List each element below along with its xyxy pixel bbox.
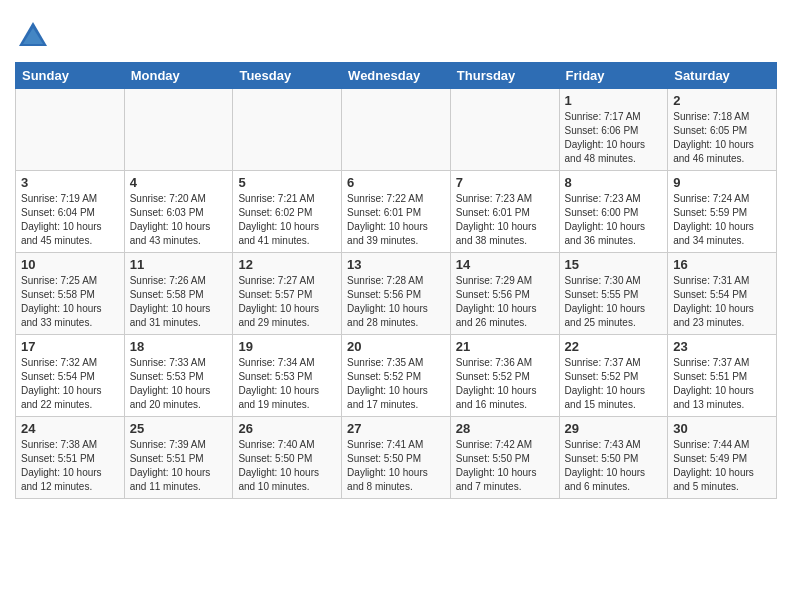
calendar-day-4: 4Sunrise: 7:20 AM Sunset: 6:03 PM Daylig… bbox=[124, 171, 233, 253]
day-info: Sunrise: 7:38 AM Sunset: 5:51 PM Dayligh… bbox=[21, 438, 119, 494]
calendar-day-30: 30Sunrise: 7:44 AM Sunset: 5:49 PM Dayli… bbox=[668, 417, 777, 499]
day-number: 23 bbox=[673, 339, 771, 354]
day-number: 8 bbox=[565, 175, 663, 190]
day-info: Sunrise: 7:40 AM Sunset: 5:50 PM Dayligh… bbox=[238, 438, 336, 494]
calendar-day-22: 22Sunrise: 7:37 AM Sunset: 5:52 PM Dayli… bbox=[559, 335, 668, 417]
day-info: Sunrise: 7:19 AM Sunset: 6:04 PM Dayligh… bbox=[21, 192, 119, 248]
day-number: 27 bbox=[347, 421, 445, 436]
calendar-week-row: 10Sunrise: 7:25 AM Sunset: 5:58 PM Dayli… bbox=[16, 253, 777, 335]
calendar-day-2: 2Sunrise: 7:18 AM Sunset: 6:05 PM Daylig… bbox=[668, 89, 777, 171]
day-info: Sunrise: 7:26 AM Sunset: 5:58 PM Dayligh… bbox=[130, 274, 228, 330]
day-number: 15 bbox=[565, 257, 663, 272]
day-number: 30 bbox=[673, 421, 771, 436]
day-info: Sunrise: 7:17 AM Sunset: 6:06 PM Dayligh… bbox=[565, 110, 663, 166]
weekday-header-saturday: Saturday bbox=[668, 63, 777, 89]
day-info: Sunrise: 7:18 AM Sunset: 6:05 PM Dayligh… bbox=[673, 110, 771, 166]
weekday-header-friday: Friday bbox=[559, 63, 668, 89]
day-number: 17 bbox=[21, 339, 119, 354]
weekday-header-monday: Monday bbox=[124, 63, 233, 89]
day-info: Sunrise: 7:41 AM Sunset: 5:50 PM Dayligh… bbox=[347, 438, 445, 494]
day-info: Sunrise: 7:29 AM Sunset: 5:56 PM Dayligh… bbox=[456, 274, 554, 330]
day-number: 16 bbox=[673, 257, 771, 272]
day-info: Sunrise: 7:28 AM Sunset: 5:56 PM Dayligh… bbox=[347, 274, 445, 330]
calendar-day-19: 19Sunrise: 7:34 AM Sunset: 5:53 PM Dayli… bbox=[233, 335, 342, 417]
calendar-day-16: 16Sunrise: 7:31 AM Sunset: 5:54 PM Dayli… bbox=[668, 253, 777, 335]
day-info: Sunrise: 7:21 AM Sunset: 6:02 PM Dayligh… bbox=[238, 192, 336, 248]
day-info: Sunrise: 7:27 AM Sunset: 5:57 PM Dayligh… bbox=[238, 274, 336, 330]
day-info: Sunrise: 7:42 AM Sunset: 5:50 PM Dayligh… bbox=[456, 438, 554, 494]
calendar-day-15: 15Sunrise: 7:30 AM Sunset: 5:55 PM Dayli… bbox=[559, 253, 668, 335]
day-info: Sunrise: 7:35 AM Sunset: 5:52 PM Dayligh… bbox=[347, 356, 445, 412]
day-info: Sunrise: 7:23 AM Sunset: 6:01 PM Dayligh… bbox=[456, 192, 554, 248]
calendar-day-13: 13Sunrise: 7:28 AM Sunset: 5:56 PM Dayli… bbox=[342, 253, 451, 335]
calendar-day-23: 23Sunrise: 7:37 AM Sunset: 5:51 PM Dayli… bbox=[668, 335, 777, 417]
calendar-day-25: 25Sunrise: 7:39 AM Sunset: 5:51 PM Dayli… bbox=[124, 417, 233, 499]
day-info: Sunrise: 7:37 AM Sunset: 5:51 PM Dayligh… bbox=[673, 356, 771, 412]
calendar-empty-cell bbox=[124, 89, 233, 171]
logo bbox=[15, 18, 55, 54]
day-info: Sunrise: 7:36 AM Sunset: 5:52 PM Dayligh… bbox=[456, 356, 554, 412]
calendar-week-row: 1Sunrise: 7:17 AM Sunset: 6:06 PM Daylig… bbox=[16, 89, 777, 171]
day-number: 22 bbox=[565, 339, 663, 354]
calendar-header-row: SundayMondayTuesdayWednesdayThursdayFrid… bbox=[16, 63, 777, 89]
calendar-day-5: 5Sunrise: 7:21 AM Sunset: 6:02 PM Daylig… bbox=[233, 171, 342, 253]
day-info: Sunrise: 7:43 AM Sunset: 5:50 PM Dayligh… bbox=[565, 438, 663, 494]
day-info: Sunrise: 7:33 AM Sunset: 5:53 PM Dayligh… bbox=[130, 356, 228, 412]
day-info: Sunrise: 7:32 AM Sunset: 5:54 PM Dayligh… bbox=[21, 356, 119, 412]
day-number: 13 bbox=[347, 257, 445, 272]
calendar-empty-cell bbox=[16, 89, 125, 171]
weekday-header-wednesday: Wednesday bbox=[342, 63, 451, 89]
page-header bbox=[15, 10, 777, 54]
day-info: Sunrise: 7:24 AM Sunset: 5:59 PM Dayligh… bbox=[673, 192, 771, 248]
calendar-day-17: 17Sunrise: 7:32 AM Sunset: 5:54 PM Dayli… bbox=[16, 335, 125, 417]
day-number: 18 bbox=[130, 339, 228, 354]
calendar-day-12: 12Sunrise: 7:27 AM Sunset: 5:57 PM Dayli… bbox=[233, 253, 342, 335]
day-number: 6 bbox=[347, 175, 445, 190]
day-number: 5 bbox=[238, 175, 336, 190]
logo-icon bbox=[15, 18, 51, 54]
calendar-day-8: 8Sunrise: 7:23 AM Sunset: 6:00 PM Daylig… bbox=[559, 171, 668, 253]
calendar-day-7: 7Sunrise: 7:23 AM Sunset: 6:01 PM Daylig… bbox=[450, 171, 559, 253]
day-number: 19 bbox=[238, 339, 336, 354]
day-number: 9 bbox=[673, 175, 771, 190]
day-info: Sunrise: 7:37 AM Sunset: 5:52 PM Dayligh… bbox=[565, 356, 663, 412]
calendar-week-row: 24Sunrise: 7:38 AM Sunset: 5:51 PM Dayli… bbox=[16, 417, 777, 499]
day-number: 28 bbox=[456, 421, 554, 436]
calendar-day-28: 28Sunrise: 7:42 AM Sunset: 5:50 PM Dayli… bbox=[450, 417, 559, 499]
day-number: 29 bbox=[565, 421, 663, 436]
day-info: Sunrise: 7:30 AM Sunset: 5:55 PM Dayligh… bbox=[565, 274, 663, 330]
calendar-day-11: 11Sunrise: 7:26 AM Sunset: 5:58 PM Dayli… bbox=[124, 253, 233, 335]
calendar-table: SundayMondayTuesdayWednesdayThursdayFrid… bbox=[15, 62, 777, 499]
day-number: 2 bbox=[673, 93, 771, 108]
day-info: Sunrise: 7:23 AM Sunset: 6:00 PM Dayligh… bbox=[565, 192, 663, 248]
calendar-day-27: 27Sunrise: 7:41 AM Sunset: 5:50 PM Dayli… bbox=[342, 417, 451, 499]
calendar-week-row: 17Sunrise: 7:32 AM Sunset: 5:54 PM Dayli… bbox=[16, 335, 777, 417]
calendar-day-3: 3Sunrise: 7:19 AM Sunset: 6:04 PM Daylig… bbox=[16, 171, 125, 253]
day-number: 24 bbox=[21, 421, 119, 436]
calendar-day-1: 1Sunrise: 7:17 AM Sunset: 6:06 PM Daylig… bbox=[559, 89, 668, 171]
weekday-header-sunday: Sunday bbox=[16, 63, 125, 89]
day-number: 26 bbox=[238, 421, 336, 436]
calendar-day-14: 14Sunrise: 7:29 AM Sunset: 5:56 PM Dayli… bbox=[450, 253, 559, 335]
day-number: 1 bbox=[565, 93, 663, 108]
day-number: 21 bbox=[456, 339, 554, 354]
calendar-empty-cell bbox=[450, 89, 559, 171]
calendar-day-20: 20Sunrise: 7:35 AM Sunset: 5:52 PM Dayli… bbox=[342, 335, 451, 417]
day-number: 4 bbox=[130, 175, 228, 190]
calendar-empty-cell bbox=[233, 89, 342, 171]
day-number: 12 bbox=[238, 257, 336, 272]
calendar-day-26: 26Sunrise: 7:40 AM Sunset: 5:50 PM Dayli… bbox=[233, 417, 342, 499]
day-number: 3 bbox=[21, 175, 119, 190]
day-number: 25 bbox=[130, 421, 228, 436]
day-number: 20 bbox=[347, 339, 445, 354]
calendar-day-29: 29Sunrise: 7:43 AM Sunset: 5:50 PM Dayli… bbox=[559, 417, 668, 499]
day-number: 7 bbox=[456, 175, 554, 190]
day-info: Sunrise: 7:44 AM Sunset: 5:49 PM Dayligh… bbox=[673, 438, 771, 494]
calendar-week-row: 3Sunrise: 7:19 AM Sunset: 6:04 PM Daylig… bbox=[16, 171, 777, 253]
calendar-day-21: 21Sunrise: 7:36 AM Sunset: 5:52 PM Dayli… bbox=[450, 335, 559, 417]
day-number: 10 bbox=[21, 257, 119, 272]
day-number: 11 bbox=[130, 257, 228, 272]
calendar-day-18: 18Sunrise: 7:33 AM Sunset: 5:53 PM Dayli… bbox=[124, 335, 233, 417]
day-info: Sunrise: 7:22 AM Sunset: 6:01 PM Dayligh… bbox=[347, 192, 445, 248]
day-info: Sunrise: 7:20 AM Sunset: 6:03 PM Dayligh… bbox=[130, 192, 228, 248]
